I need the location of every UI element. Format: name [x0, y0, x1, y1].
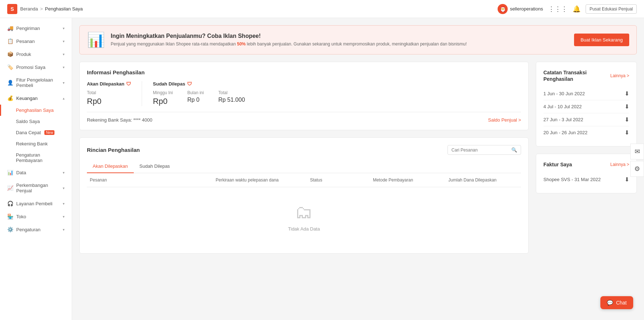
content-row: Informasi Penghasilan Akan Dilepaskan 🛡 …	[79, 62, 637, 261]
username: selleroperations	[510, 6, 543, 12]
chat-button[interactable]: 💬 Chat	[600, 296, 633, 309]
banner-desc-before: Penjual yang menggunakan Iklan Shopee ra…	[111, 41, 237, 47]
sidebar-item-rekening-bank[interactable]: Rekening Bank	[0, 138, 72, 149]
empty-text: Tidak Ada Data	[288, 226, 320, 232]
tab-sudah-dilepas[interactable]: Sudah Dilepas	[134, 160, 176, 173]
download-icon-1[interactable]: ⬇	[625, 103, 629, 110]
catatan-transaksi-card: Catatan Transaksi Penghasilan Lainnya > …	[536, 62, 637, 146]
sidebar-item-toko[interactable]: 🏪 Toko ▾	[0, 210, 72, 223]
search-input[interactable]	[451, 148, 509, 153]
chevron-down-icon: ▾	[63, 65, 65, 69]
tab-akan-dilepaskan[interactable]: Akan Dilepaskan	[87, 160, 134, 173]
shield-icon: 🛡	[187, 81, 192, 87]
sidebar-item-promosi[interactable]: 🏷️ Promosi Saya ▾	[0, 61, 72, 74]
chevron-down-icon: ▾	[63, 81, 65, 85]
new-badge: New	[44, 130, 54, 135]
rincian-penghasilan-card: Rincian Penghasilan 🔍 Akan Dilepaskan Su…	[79, 137, 529, 254]
sidebar-item-pesanan[interactable]: 📋 Pesanan ▾	[0, 35, 72, 48]
truck-icon: 🚚	[7, 25, 13, 31]
banner-icon: 📊	[87, 31, 105, 48]
chat-icon: 💬	[607, 300, 613, 306]
download-icon-0[interactable]: ⬇	[625, 90, 629, 97]
service-icon: 🎧	[7, 201, 13, 206]
rincian-header: Rincian Penghasilan 🔍	[87, 145, 521, 155]
sidebar-item-pengiriman[interactable]: 🚚 Pengiriman ▾	[0, 22, 72, 35]
store-icon: 🏪	[7, 214, 13, 219]
chevron-down-icon: ▾	[63, 215, 65, 219]
download-icon-2[interactable]: ⬇	[625, 116, 629, 123]
sidebar-item-keuangan[interactable]: 💰 Keuangan ▴	[0, 92, 72, 105]
rincian-title: Rincian Penghasilan	[87, 147, 140, 153]
sidebar-label-promosi: Promosi Saya	[16, 65, 45, 70]
faktur-saya-card: Faktur Saya Lainnya > Shopee SVS - 31 Ma…	[536, 154, 637, 193]
sidebar-item-pengaturan-pembayaran[interactable]: Pengaturan Pembayaran	[0, 149, 72, 166]
sidebar-item-data[interactable]: 📊 Data ▾	[0, 166, 72, 179]
content-main: Informasi Penghasilan Akan Dilepaskan 🛡 …	[79, 62, 529, 261]
bulan-label: Bulan ini	[187, 90, 204, 95]
chevron-down-icon: ▾	[63, 171, 65, 175]
sidebar-item-penghasilan-saya[interactable]: Penghasilan Saya	[0, 105, 72, 116]
grid-icon[interactable]: ⋮⋮⋮	[548, 5, 568, 13]
informasi-penghasilan-card: Informasi Penghasilan Akan Dilepaskan 🛡 …	[79, 62, 529, 130]
sidebar-label-produk: Produk	[16, 52, 31, 57]
chevron-down-icon: ▾	[63, 39, 65, 43]
sidebar-label-perkembangan: Perkembangan Penjual	[16, 183, 63, 193]
finance-icon: 💰	[7, 95, 13, 101]
saldo-penjual-link[interactable]: Saldo Penjual >	[488, 117, 521, 123]
sidebar: 🚚 Pengiriman ▾ 📋 Pesanan ▾ 📦 Produk ▾ 🏷️…	[0, 18, 72, 320]
sidebar-item-produk[interactable]: 📦 Produk ▾	[0, 48, 72, 61]
top-navigation: S Beranda > Penghasilan Saya 🎅 sellerope…	[0, 0, 644, 18]
sidebar-item-perkembangan[interactable]: 📈 Perkembangan Penjual ▾	[0, 179, 72, 197]
search-box[interactable]: 🔍	[447, 145, 521, 155]
growth-icon: 📈	[7, 185, 13, 191]
chevron-down-icon: ▾	[63, 186, 65, 190]
email-float-icon[interactable]: ✉	[630, 144, 644, 159]
breadcrumb: Beranda > Penghasilan Saya	[20, 6, 83, 12]
trans-item-3: 20 Jun - 26 Jun 2022 ⬇	[543, 126, 629, 139]
chat-label: Chat	[616, 300, 627, 306]
catatan-lainnya-link[interactable]: Lainnya >	[610, 73, 629, 78]
search-icon: 🔍	[511, 147, 517, 153]
user-info: 🎅 selleroperations	[498, 4, 543, 14]
empty-icon: 🗂	[295, 202, 313, 223]
faktur-download-icon-0[interactable]: ⬇	[625, 176, 629, 183]
order-icon: 📋	[7, 38, 13, 44]
breadcrumb-home[interactable]: Beranda	[20, 6, 38, 12]
empty-state: 🗂 Tidak Ada Data	[87, 187, 521, 246]
catatan-header: Catatan Transaksi Penghasilan Lainnya >	[543, 69, 629, 82]
chevron-up-icon: ▴	[63, 96, 65, 100]
sidebar-item-pengaturan[interactable]: ⚙️ Pengaturan ▾	[0, 223, 72, 236]
chevron-down-icon: ▾	[63, 202, 65, 206]
sidebar-label-pesanan: Pesanan	[16, 39, 35, 44]
settings-float-icon[interactable]: ⚙	[630, 161, 644, 177]
keuangan-submenu: Penghasilan Saya Saldo Saya Dana Cepat N…	[0, 105, 72, 166]
promo-icon: 🏷️	[7, 64, 13, 70]
edu-button[interactable]: Pusat Edukasi Penjual	[586, 4, 637, 14]
bell-icon[interactable]: 🔔	[573, 5, 581, 13]
faktur-lainnya-link[interactable]: Lainnya >	[610, 162, 629, 167]
chevron-down-icon: ▾	[63, 52, 65, 56]
sidebar-item-dana-cepat[interactable]: Dana Cepat New	[0, 127, 72, 138]
rincian-tabs: Akan Dilepaskan Sudah Dilepas	[87, 160, 521, 173]
sidebar-item-layanan[interactable]: 🎧 Layanan Pembeli ▾	[0, 197, 72, 210]
sudah-bulan-amount: Rp 0	[187, 97, 204, 103]
faktur-item-0: Shopee SVS - 31 Mar 2022 ⬇	[543, 173, 629, 186]
buat-iklan-button[interactable]: Buat Iklan Sekarang	[574, 34, 629, 46]
chevron-down-icon: ▾	[63, 228, 65, 232]
akan-total-amount: Rp0	[87, 97, 131, 106]
sidebar-item-fitur[interactable]: 👤 Fitur Pengelolaan Pembeli ▾	[0, 74, 72, 92]
right-float-panel: ✉ ⚙	[630, 144, 644, 177]
sudah-total-amount: Rp 51.000	[218, 97, 245, 103]
akan-dilepaskan-col: Akan Dilepaskan 🛡 Total Rp0	[87, 81, 142, 106]
download-icon-3[interactable]: ⬇	[625, 129, 629, 136]
total-label-2: Total	[218, 90, 245, 95]
sidebar-label-pengaturan: Pengaturan	[16, 227, 40, 232]
table-header: Pesanan Perkiraan waktu pelepasan dana S…	[87, 173, 521, 187]
sudah-sub-grid: Minggu Ini Rp0 Bulan ini Rp 0 Total Rp 5…	[153, 90, 510, 106]
sidebar-item-saldo-saya[interactable]: Saldo Saya	[0, 116, 72, 127]
main-content: 📊 Ingin Meningkatkan Penjualanmu? Coba I…	[72, 18, 644, 320]
banner-title: Ingin Meningkatkan Penjualanmu? Coba Ikl…	[111, 33, 568, 39]
buyer-icon: 👤	[7, 80, 13, 86]
sudah-minggu-amount: Rp0	[153, 97, 173, 106]
breadcrumb-separator: >	[40, 6, 43, 12]
